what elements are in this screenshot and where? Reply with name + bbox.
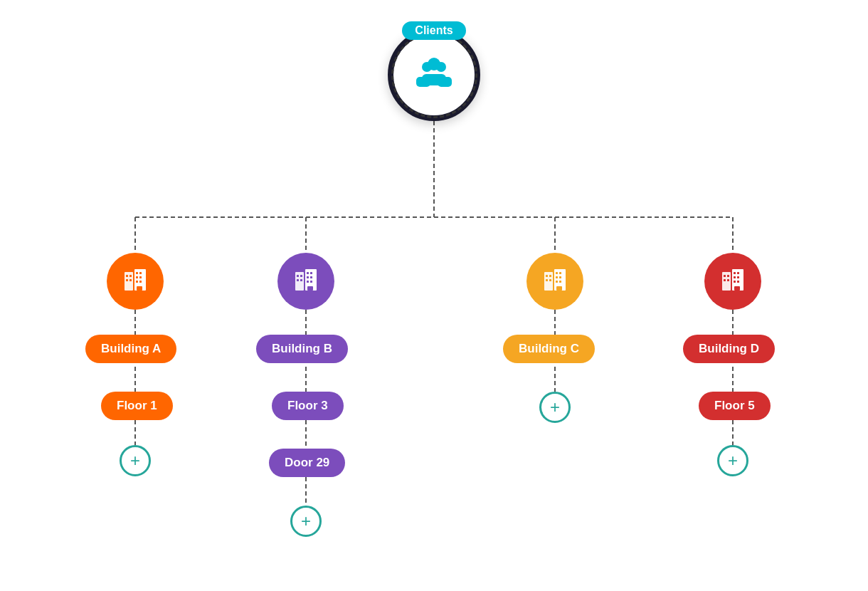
svg-rect-69: [734, 272, 736, 274]
svg-rect-26: [126, 275, 128, 277]
svg-rect-58: [556, 276, 558, 278]
svg-rect-63: [722, 272, 731, 291]
svg-rect-39: [297, 275, 299, 277]
svg-point-18: [422, 62, 432, 72]
svg-rect-49: [307, 286, 313, 291]
svg-rect-75: [734, 286, 740, 291]
svg-rect-42: [300, 279, 302, 281]
root-label: Clients: [402, 21, 465, 40]
svg-rect-56: [556, 272, 558, 274]
building-a-floor-pill[interactable]: Floor 1: [101, 392, 173, 420]
svg-rect-52: [546, 275, 548, 277]
clients-icon: [413, 57, 455, 93]
building-c-icon-node: [526, 253, 583, 310]
building-d-pill[interactable]: Building D: [683, 335, 775, 363]
building-b-add-node[interactable]: +: [290, 506, 322, 537]
building-a-icon: [107, 253, 164, 310]
svg-rect-72: [737, 276, 739, 278]
svg-rect-40: [300, 275, 302, 277]
building-a-icon-node: [107, 253, 164, 310]
svg-rect-48: [310, 281, 312, 283]
tree-container: Clients: [43, 18, 825, 573]
svg-rect-43: [307, 272, 309, 274]
svg-rect-61: [559, 281, 561, 283]
building-a-floor-node[interactable]: Floor 1: [101, 392, 173, 420]
building-c-pill[interactable]: Building C: [503, 335, 595, 363]
building-a-label-node[interactable]: Building A: [85, 335, 176, 363]
building-d-svg: [716, 265, 749, 298]
svg-rect-23: [422, 74, 446, 85]
svg-rect-45: [307, 276, 309, 278]
svg-rect-33: [139, 276, 142, 278]
building-b-door-node[interactable]: Door 29: [269, 449, 345, 477]
building-d-add-button[interactable]: +: [717, 445, 748, 476]
building-d-icon: [704, 253, 761, 310]
svg-rect-59: [559, 276, 561, 278]
svg-rect-34: [136, 281, 138, 283]
building-a-pill[interactable]: Building A: [85, 335, 176, 363]
building-b-icon: [277, 253, 334, 310]
building-c-add-button[interactable]: +: [539, 392, 571, 423]
building-b-pill[interactable]: Building B: [256, 335, 348, 363]
svg-point-20: [428, 58, 440, 70]
svg-rect-70: [737, 272, 739, 274]
building-b-svg: [290, 265, 322, 298]
svg-rect-71: [734, 276, 736, 278]
building-b-add-button[interactable]: +: [290, 506, 322, 537]
svg-rect-68: [727, 279, 729, 281]
building-c-label-node[interactable]: Building C: [503, 335, 595, 363]
building-b-door-pill[interactable]: Door 29: [269, 449, 345, 477]
svg-rect-41: [297, 279, 299, 281]
building-d-floor-pill[interactable]: Floor 5: [699, 392, 771, 420]
svg-rect-60: [556, 281, 558, 283]
svg-rect-65: [724, 275, 726, 277]
svg-rect-24: [125, 272, 133, 291]
building-d-icon-node: [704, 253, 761, 310]
svg-rect-74: [737, 281, 739, 283]
svg-rect-62: [556, 286, 562, 291]
svg-rect-67: [724, 279, 726, 281]
svg-rect-31: [139, 272, 142, 274]
svg-rect-22: [438, 77, 452, 87]
svg-rect-35: [139, 281, 142, 283]
building-c-add-node[interactable]: +: [539, 392, 571, 423]
building-c-icon: [526, 253, 583, 310]
root-node: Clients: [388, 28, 480, 121]
root-circle: Clients: [388, 28, 480, 121]
svg-point-19: [436, 62, 446, 72]
svg-rect-29: [129, 279, 132, 281]
svg-rect-36: [137, 286, 142, 291]
building-d-label-node[interactable]: Building D: [683, 335, 775, 363]
building-b-floor-node[interactable]: Floor 3: [272, 392, 344, 420]
svg-rect-28: [126, 279, 128, 281]
svg-rect-30: [136, 272, 138, 274]
building-d-floor-node[interactable]: Floor 5: [699, 392, 771, 420]
svg-rect-73: [734, 281, 736, 283]
building-a-add-button[interactable]: +: [120, 445, 151, 476]
svg-rect-47: [307, 281, 309, 283]
building-c-svg: [539, 265, 571, 298]
svg-rect-57: [559, 272, 561, 274]
svg-rect-55: [549, 279, 551, 281]
building-b-label-node[interactable]: Building B: [256, 335, 348, 363]
svg-rect-32: [136, 276, 138, 278]
svg-rect-54: [546, 279, 548, 281]
svg-rect-50: [544, 272, 553, 291]
svg-rect-21: [416, 77, 430, 87]
building-a-svg: [119, 265, 152, 298]
building-d-add-node[interactable]: +: [717, 445, 748, 476]
building-b-icon-node: [277, 253, 334, 310]
svg-rect-44: [310, 272, 312, 274]
svg-rect-27: [129, 275, 132, 277]
building-b-floor-pill[interactable]: Floor 3: [272, 392, 344, 420]
svg-rect-46: [310, 276, 312, 278]
building-a-add-node[interactable]: +: [120, 445, 151, 476]
svg-rect-37: [295, 272, 304, 291]
svg-rect-66: [727, 275, 729, 277]
svg-rect-53: [549, 275, 551, 277]
